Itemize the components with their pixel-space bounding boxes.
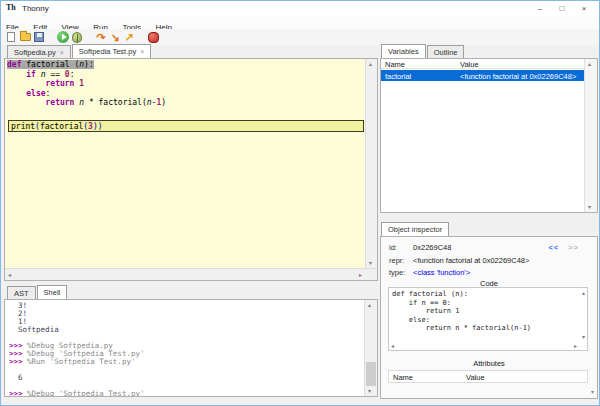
code-line: else: bbox=[7, 89, 365, 99]
scroll-down-icon[interactable]: ▾ bbox=[582, 334, 585, 340]
shell-line: 3! bbox=[9, 302, 364, 310]
debug-icon bbox=[72, 32, 82, 43]
shell-text-segment: %Debug 'Softpedia Test.py' bbox=[27, 389, 144, 396]
tab-object-inspector[interactable]: Object inspector bbox=[381, 222, 449, 236]
minimize-icon[interactable]: – bbox=[529, 1, 551, 16]
run-button[interactable] bbox=[56, 30, 70, 44]
editor-horizontal-scrollbar[interactable]: ◂ ▸ bbox=[5, 268, 377, 280]
code-token: ): bbox=[84, 60, 94, 69]
toolbar: ↷↘↗ bbox=[1, 29, 599, 45]
code-token: ) bbox=[98, 122, 103, 131]
code-token: * factorial( bbox=[84, 98, 147, 107]
tab-close-icon[interactable]: × bbox=[140, 48, 144, 55]
code-line-text bbox=[7, 108, 12, 117]
new-file-button[interactable] bbox=[4, 30, 18, 44]
shell-line: 6 bbox=[9, 374, 364, 382]
code-token: def bbox=[7, 60, 21, 69]
code-token bbox=[7, 79, 46, 88]
code-line-text: return n * factorial(n-1) bbox=[7, 98, 166, 107]
scroll-up-icon[interactable]: ▴ bbox=[582, 290, 585, 296]
step-out-icon: ↗ bbox=[124, 31, 133, 43]
code-token: print bbox=[11, 122, 35, 131]
type-link[interactable]: <class 'function'> bbox=[413, 268, 470, 277]
vars-tab-label: Variables bbox=[388, 47, 419, 56]
editor-vertical-scrollbar[interactable]: ▴ ▾ bbox=[365, 59, 377, 268]
editor-tabstrip: Softpedia.py×Softpedia Test.py× bbox=[7, 44, 152, 58]
vars-tab-label: Outline bbox=[434, 48, 458, 57]
scroll-left-icon[interactable]: ◂ bbox=[391, 343, 394, 349]
debug-focus-box: print(factorial(3)) bbox=[8, 120, 364, 132]
code-editor[interactable]: def factorial (n): if n == 0: return 1 e… bbox=[4, 58, 378, 281]
step-out-button[interactable]: ↗ bbox=[122, 30, 136, 44]
scroll-up-icon[interactable]: ▴ bbox=[588, 61, 591, 67]
scroll-up-icon[interactable]: ▴ bbox=[368, 302, 371, 308]
code-line-text: return 1 bbox=[7, 79, 84, 88]
shell-scrollbar[interactable]: ▴ ▾ bbox=[364, 300, 377, 396]
tab-outline[interactable]: Outline bbox=[427, 45, 465, 58]
shell-panel[interactable]: 3! 2! 1! Softpedia >>> %Debug Softpedia.… bbox=[4, 299, 378, 397]
scroll-down-icon[interactable]: ▾ bbox=[368, 388, 371, 394]
run-icon bbox=[57, 31, 69, 43]
tab-close-icon[interactable]: × bbox=[60, 49, 64, 56]
code-token: 1 bbox=[79, 79, 84, 88]
variables-table-header: Name Value bbox=[381, 59, 584, 69]
save-button[interactable] bbox=[32, 30, 46, 44]
scroll-left-icon[interactable]: ◂ bbox=[8, 272, 11, 278]
nav-back-button[interactable]: << bbox=[548, 243, 559, 252]
inspector-code-line: return n * factorial(n-1) bbox=[392, 324, 577, 333]
shell-tab-label: Shell bbox=[44, 288, 61, 297]
code-token: : bbox=[46, 89, 51, 98]
scroll-down-icon[interactable]: ▾ bbox=[369, 260, 372, 266]
debug-button[interactable] bbox=[70, 30, 84, 44]
tab-shell[interactable]: Shell bbox=[37, 285, 68, 299]
tab-softpedia-test-py[interactable]: Softpedia Test.py× bbox=[72, 44, 152, 58]
variable-row[interactable]: factorial<function factorial at 0x02269C… bbox=[381, 70, 584, 81]
scroll-up-icon[interactable]: ▴ bbox=[369, 61, 372, 67]
editor-tab-label: Softpedia Test.py bbox=[79, 47, 136, 56]
open-file-button[interactable] bbox=[18, 30, 32, 44]
inspector-type-row: type: <class 'function'> bbox=[389, 268, 470, 277]
attr-column-header-value: Value bbox=[466, 373, 485, 382]
editor-tab-label: Softpedia.py bbox=[14, 48, 56, 57]
stop-button[interactable] bbox=[146, 30, 160, 44]
nav-forward-button[interactable]: >> bbox=[568, 243, 579, 252]
shell-line bbox=[9, 366, 364, 374]
step-into-button[interactable]: ↘ bbox=[108, 30, 122, 44]
shell-output[interactable]: 3! 2! 1! Softpedia >>> %Debug Softpedia.… bbox=[5, 300, 364, 396]
type-label: type: bbox=[389, 268, 411, 277]
scroll-right-icon[interactable]: ▸ bbox=[574, 343, 577, 349]
variable-value: <function factorial at 0x02269C48> bbox=[460, 72, 576, 81]
inspector-id-row: id: 0x2269C48 bbox=[389, 243, 451, 252]
stop-icon bbox=[148, 32, 159, 43]
scroll-down-icon[interactable]: ▾ bbox=[588, 204, 591, 210]
code-line-text: if n == 0: bbox=[7, 70, 74, 79]
inspector-code-line: else: bbox=[392, 316, 577, 325]
code-line-text: def factorial (n): bbox=[7, 60, 94, 69]
column-header-name: Name bbox=[385, 60, 405, 69]
maximize-icon[interactable]: □ bbox=[551, 1, 573, 16]
variables-scrollbar[interactable]: ▴ ▾ bbox=[584, 59, 597, 212]
code-line bbox=[7, 108, 365, 118]
tab-ast[interactable]: AST bbox=[7, 286, 36, 299]
step-over-button[interactable]: ↷ bbox=[94, 30, 108, 44]
tab-softpedia-py[interactable]: Softpedia.py× bbox=[7, 45, 71, 58]
scroll-down-icon[interactable]: ▾ bbox=[591, 388, 594, 395]
variables-panel: Name Value factorial<function factorial … bbox=[380, 58, 598, 213]
object-inspector-panel: id: 0x2269C48 << >> repr: <function fact… bbox=[380, 236, 598, 399]
code-line: return n * factorial(n-1) bbox=[7, 98, 365, 108]
shell-line: 1! bbox=[9, 318, 364, 326]
tab-variables[interactable]: Variables bbox=[381, 44, 426, 58]
scroll-right-icon[interactable]: ▸ bbox=[359, 272, 362, 278]
shell-prompt: >>> bbox=[9, 389, 27, 396]
scrollbar-thumb[interactable] bbox=[366, 362, 376, 386]
step-into-icon: ↘ bbox=[110, 31, 119, 43]
editor-text-area[interactable]: def factorial (n): if n == 0: return 1 e… bbox=[5, 59, 365, 268]
shell-tabstrip: ASTShell bbox=[7, 285, 68, 299]
attributes-table: Name Value bbox=[388, 370, 588, 383]
close-icon[interactable]: × bbox=[573, 1, 595, 16]
inspector-nav: << >> bbox=[548, 243, 579, 252]
repr-label: repr: bbox=[389, 256, 411, 265]
shell-line: >>> %Debug 'Softpedia Test.py' bbox=[9, 390, 364, 396]
code-token: factorial bbox=[40, 122, 83, 131]
code-token bbox=[7, 98, 46, 107]
